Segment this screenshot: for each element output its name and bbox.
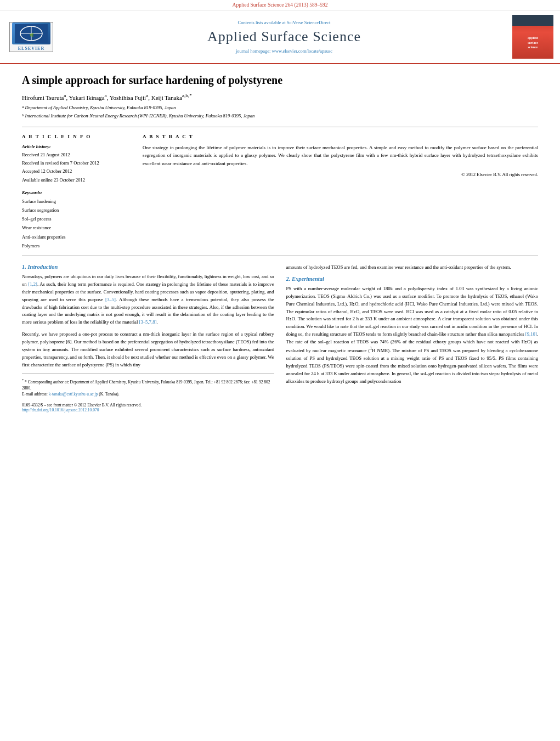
- footnote-star-sup: *: [22, 378, 24, 382]
- received-date: Received 21 August 2012: [22, 151, 132, 159]
- abstract-text: One strategy in prolonging the lifetime …: [143, 144, 538, 167]
- bottom-info: 0169-4332/$ – see front matter © 2012 El…: [22, 403, 274, 412]
- journal-header: 🌿 ELSEVIER Contents lists available at S…: [0, 10, 560, 64]
- ref-3-5-b[interactable]: [3–5,7,8]: [139, 319, 157, 325]
- revised-date: Received in revised form 7 October 2012: [22, 159, 132, 167]
- ref-9-10[interactable]: [9,10]: [525, 331, 537, 337]
- footnote-star: * * Corresponding author at: Department …: [22, 377, 274, 391]
- email-label: E-mail address:: [22, 392, 48, 397]
- journal-center: Contents lists available at SciVerse Sci…: [61, 15, 507, 59]
- doi-link[interactable]: http://dx.doi.org/10.1016/j.apsusc.2012.…: [22, 408, 99, 412]
- keyword-3: Sol–gel process: [22, 214, 132, 223]
- nmr-sup: 1: [370, 347, 372, 351]
- article-title: A simple approach for surface hardening …: [22, 73, 538, 87]
- aff-sup-a: a: [22, 104, 24, 110]
- sup-a1: a: [64, 93, 66, 98]
- cover-box: applied surface science: [512, 15, 553, 59]
- page-wrapper: Applied Surface Science 264 (2013) 589–5…: [0, 0, 560, 741]
- issn-text: 0169-4332/$ – see front matter © 2012 El…: [22, 403, 142, 408]
- sup-star: *: [189, 93, 192, 98]
- info-dates: Received 21 August 2012 Received in revi…: [22, 151, 132, 184]
- body-columns: 1. Introduction Nowadays, polymers are u…: [22, 264, 538, 412]
- journal-homepage-link[interactable]: www.elsevier.com/locate/apsusc: [272, 48, 332, 54]
- experimental-heading: 2. Experimental: [286, 276, 539, 282]
- top-bar: Applied Surface Science 264 (2013) 589–5…: [0, 0, 560, 10]
- intro-para2: Recently, we have proposed a one-pot pro…: [22, 331, 274, 369]
- history-label: Article history:: [22, 144, 132, 149]
- separator-2: [22, 256, 538, 256]
- aff-sup-b: b: [22, 112, 24, 118]
- bottom-left: 0169-4332/$ – see front matter © 2012 El…: [22, 403, 142, 412]
- sup-a2: a: [105, 93, 107, 98]
- svg-text:🌿: 🌿: [30, 33, 34, 37]
- affiliation-b: b International Institute for Carbon-Neu…: [22, 112, 538, 120]
- intro-para1: Nowadays, polymers are ubiquitous in our…: [22, 273, 274, 326]
- elsevier-logo-box: 🌿 ELSEVIER: [9, 22, 53, 52]
- article-authors: Hirofumi Tsurutaa, Yukari Ikinagaa, Yosh…: [22, 93, 538, 101]
- journal-sciverse: Contents lists available at SciVerse Sci…: [238, 20, 331, 25]
- article-info-col: A R T I C L E I N F O Article history: R…: [22, 134, 132, 250]
- elsevier-text: ELSEVIER: [18, 46, 44, 51]
- article-content: A simple approach for surface hardening …: [0, 64, 560, 423]
- keywords-label: Keywords:: [22, 190, 132, 195]
- body-right-col: amounts of hydrolyzed TEOS are fed, and …: [286, 264, 539, 412]
- elsevier-logo-area: 🌿 ELSEVIER: [7, 15, 56, 59]
- accepted-date: Accepted 12 October 2012: [22, 167, 132, 176]
- keyword-2: Surface segregation: [22, 206, 132, 214]
- affiliation-a-text: Department of Applied Chemistry, Kyushu …: [25, 104, 176, 112]
- abstract-copyright: © 2012 Elsevier B.V. All rights reserved…: [143, 172, 538, 177]
- separator-1: [22, 127, 538, 127]
- sup-ab: a,b,: [182, 93, 189, 98]
- article-info-section: A R T I C L E I N F O Article history: R…: [22, 134, 132, 184]
- journal-cover-area: applied surface science: [512, 15, 553, 59]
- article-info-label: A R T I C L E I N F O: [22, 134, 132, 139]
- footnote-area: * * Corresponding author at: Department …: [22, 374, 274, 397]
- affiliation-a: a Department of Applied Chemistry, Kyush…: [22, 104, 538, 112]
- intro-heading: 1. Introduction: [22, 264, 274, 270]
- sup-a3: a: [146, 93, 148, 98]
- keyword-1: Surface hardening: [22, 197, 132, 206]
- keywords-section: Keywords: Surface hardening Surface segr…: [22, 190, 132, 250]
- keyword-5: Anti-oxidant properties: [22, 233, 132, 241]
- ref-3-5-a[interactable]: [3–5]: [105, 297, 116, 302]
- body-left-col: 1. Introduction Nowadays, polymers are u…: [22, 264, 274, 412]
- journal-issue-info: Applied Surface Science 264 (2013) 589–5…: [233, 2, 328, 8]
- email-suffix: (K. Tanaka).: [99, 392, 119, 397]
- keyword-4: Wear resistance: [22, 223, 132, 232]
- available-date: Available online 23 October 2012: [22, 176, 132, 184]
- journal-title: Applied Surface Science: [207, 29, 361, 45]
- email-link[interactable]: k-tanaka@cstf.kyushu-u.ac.jp: [49, 392, 98, 397]
- sciverse-link[interactable]: SciVerse ScienceDirect: [287, 20, 331, 25]
- abstract-section: A B S T R A C T One strategy in prolongi…: [143, 134, 538, 250]
- affiliation-b-text: International Institute for Carbon-Neutr…: [25, 112, 255, 120]
- footnote-email: E-mail address: k-tanaka@cstf.kyushu-u.a…: [22, 391, 274, 397]
- journal-homepage: journal homepage: www.elsevier.com/locat…: [236, 48, 332, 54]
- right-continue: amounts of hydrolyzed TEOS are fed, and …: [286, 264, 539, 271]
- ref-1-2[interactable]: [1,2]: [28, 281, 37, 287]
- elsevier-logo-img: 🌿: [12, 22, 50, 44]
- keyword-6: Polymers: [22, 241, 132, 250]
- experimental-para: PS with a number-average molecular weigh…: [286, 285, 539, 386]
- cover-text: applied surface science: [528, 36, 538, 49]
- info-abstract-row: A R T I C L E I N F O Article history: R…: [22, 134, 538, 250]
- affiliations: a Department of Applied Chemistry, Kyush…: [22, 104, 538, 120]
- abstract-label: A B S T R A C T: [143, 134, 538, 139]
